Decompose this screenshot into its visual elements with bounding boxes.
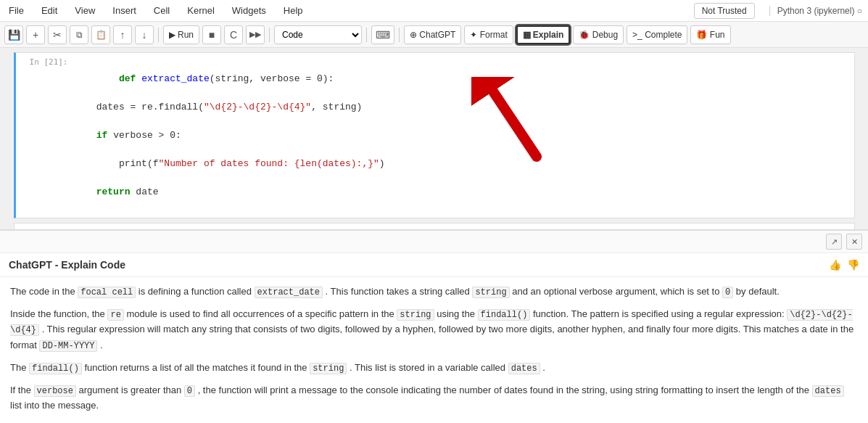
paragraph-1: The code in the focal cell is defining a…	[10, 284, 858, 300]
run-button[interactable]: ▶ ▶ RunRun	[163, 25, 199, 44]
panel-header: ChatGPT - Explain Code 👍 👎	[0, 253, 868, 277]
cell-2[interactable]: In [22]: for string in strings: extract_…	[14, 223, 855, 230]
menu-file[interactable]: File	[6, 4, 27, 17]
thumbs-up-button[interactable]: 👍	[829, 259, 841, 271]
separator-1	[158, 28, 159, 42]
trust-button[interactable]: Not Trusted	[694, 3, 755, 19]
cut-button[interactable]: ✂	[48, 25, 67, 44]
separator-4	[399, 28, 400, 42]
format-button[interactable]: ✦ Format	[464, 25, 513, 44]
add-cell-button[interactable]: +	[26, 25, 45, 44]
menu-insert[interactable]: Insert	[109, 4, 139, 17]
menu-cell[interactable]: Cell	[151, 4, 173, 17]
notebook-area: In [21]: def extract_date(string, verbos…	[0, 48, 868, 229]
paragraph-3: The findall() function returns a list of…	[10, 361, 858, 376]
menu-view[interactable]: View	[72, 4, 98, 17]
chatgpt-button[interactable]: ⊕ ChatGPT	[404, 25, 461, 44]
save-button[interactable]: 💾	[4, 25, 23, 44]
keyboard-button[interactable]: ⌨	[371, 25, 394, 44]
menu-bar: File Edit View Insert Cell Kernel Widget…	[0, 0, 868, 22]
menu-widgets[interactable]: Widgets	[229, 4, 269, 17]
restart-button[interactable]: C	[224, 25, 243, 44]
move-up-button[interactable]: ↑	[113, 25, 132, 44]
cell-1-label: In [21]:	[16, 53, 74, 67]
cell-2-code[interactable]: for string in strings: extract_date(stri…	[73, 223, 854, 230]
paragraph-2: Inside the function, the re module is us…	[10, 307, 858, 353]
separator-2	[269, 28, 270, 42]
menu-edit[interactable]: Edit	[38, 4, 60, 17]
panel-expand-button[interactable]: ↗	[826, 234, 842, 250]
move-down-button[interactable]: ↓	[135, 25, 154, 44]
separator-3	[366, 28, 367, 42]
chatgpt-panel: ↗ ✕ ChatGPT - Explain Code 👍 👎 The code …	[0, 229, 868, 423]
panel-close-button[interactable]: ✕	[846, 234, 862, 250]
cell-type-select[interactable]: Code Markdown Raw NBConvert	[274, 25, 362, 44]
run-icon: ▶	[169, 30, 175, 40]
toolbar: 💾 + ✂ ⧉ 📋 ↑ ↓ ▶ ▶ RunRun ■ C ▶▶ Code Mar…	[0, 22, 868, 48]
complete-button[interactable]: >_ Complete	[627, 25, 687, 44]
cell-1-code[interactable]: def extract_date(string, verbose = 0): d…	[74, 53, 854, 218]
thumbs-down-button[interactable]: 👎	[847, 259, 859, 271]
menu-help[interactable]: Help	[281, 4, 306, 17]
debug-button[interactable]: 🐞 Debug	[573, 25, 624, 44]
panel-content: The code in the focal cell is defining a…	[0, 277, 868, 423]
cell-1[interactable]: In [21]: def extract_date(string, verbos…	[14, 52, 855, 218]
kernel-info: Python 3 (ipykernel) ○	[769, 6, 862, 16]
panel-top-icons: ↗ ✕	[0, 231, 868, 253]
paste-button[interactable]: 📋	[91, 25, 110, 44]
stop-button[interactable]: ■	[202, 25, 221, 44]
fast-forward-button[interactable]: ▶▶	[246, 25, 265, 44]
explain-icon: ▦	[523, 30, 531, 40]
copy-button[interactable]: ⧉	[70, 25, 88, 44]
menu-kernel[interactable]: Kernel	[184, 4, 218, 17]
fun-button[interactable]: 🎁 Fun	[690, 25, 730, 44]
cell-2-label: In [22]:	[15, 223, 73, 230]
paragraph-4: If the verbose argument is greater than …	[10, 383, 858, 414]
panel-title: ChatGPT - Explain Code	[9, 259, 125, 271]
panel-actions: 👍 👎	[829, 259, 859, 271]
explain-button[interactable]: ▦ Explain	[516, 25, 571, 44]
